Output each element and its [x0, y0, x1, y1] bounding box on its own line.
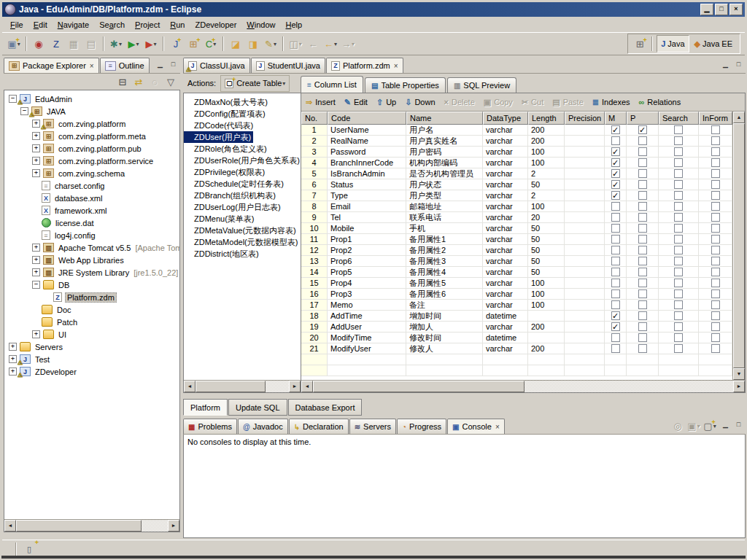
cell[interactable] [699, 354, 732, 365]
open-perspective-button[interactable]: ⊞+ [632, 36, 648, 52]
cell[interactable]: ✓ [605, 179, 627, 190]
tree-item-doc[interactable]: Doc [4, 303, 179, 316]
cell[interactable] [627, 278, 659, 289]
console-tab-declaration[interactable]: ↳Declaration [289, 419, 349, 434]
cell[interactable]: Email [328, 201, 406, 212]
checkbox[interactable] [611, 213, 620, 222]
checkbox[interactable] [638, 224, 647, 233]
checkbox[interactable]: ✓ [611, 180, 620, 189]
tree-item-com-zving-platform-service[interactable]: +⊞com.zving.platform.service [4, 155, 179, 167]
new-class-button[interactable]: C+▾ [203, 36, 219, 52]
checkbox[interactable] [638, 235, 647, 244]
checkbox[interactable] [711, 300, 720, 309]
cell[interactable]: 50 [528, 245, 565, 256]
cell[interactable] [699, 365, 732, 376]
cell[interactable] [627, 256, 659, 267]
cell[interactable]: 17 [301, 300, 328, 311]
cell[interactable] [565, 311, 605, 322]
checkbox[interactable] [711, 158, 720, 167]
cell[interactable]: 4 [301, 158, 328, 168]
maximize-button[interactable]: □ [715, 4, 728, 15]
checkbox[interactable]: ✓ [611, 158, 620, 167]
cell[interactable] [565, 289, 605, 300]
cell[interactable] [699, 311, 732, 322]
cell[interactable]: Prop4 [328, 278, 406, 289]
column-header-inform[interactable]: InForm [699, 112, 732, 125]
bottom-tab-database-export[interactable]: Database Export [288, 399, 363, 416]
tree-item-framework-xml[interactable]: Xframework.xml [4, 204, 179, 217]
table-list-item-zdmaxno[interactable]: ZDMaxNo(最大号表) [184, 96, 301, 108]
new-package-button[interactable]: ⊞+ [185, 36, 201, 52]
scrollbar-thumb[interactable] [313, 381, 525, 392]
cell[interactable] [699, 158, 732, 168]
scroll-left-icon[interactable]: ◄ [301, 381, 313, 392]
checkbox[interactable] [674, 268, 683, 276]
column-header-name[interactable]: Name [406, 112, 483, 125]
cell[interactable]: varchar [483, 136, 528, 147]
cell[interactable]: Memo [328, 300, 406, 311]
checkbox[interactable] [638, 202, 647, 211]
cell[interactable] [406, 365, 483, 376]
checkbox[interactable] [711, 125, 720, 134]
cell[interactable]: 备注 [406, 300, 483, 311]
cell[interactable]: 20 [528, 212, 565, 223]
cell[interactable]: Prop5 [328, 267, 406, 278]
cell[interactable] [659, 179, 699, 190]
tree-item-com-zving-platform-pub[interactable]: +⊞com.zving.platform.pub [4, 142, 179, 155]
cell[interactable] [699, 201, 732, 212]
cell[interactable] [659, 322, 699, 332]
cell[interactable]: 增加人 [406, 322, 483, 332]
new-java-project-button[interactable]: J+ [168, 36, 184, 52]
dropdown-arrow-icon[interactable]: ▾ [274, 41, 276, 47]
checkbox[interactable] [674, 202, 683, 211]
cell[interactable]: 18 [301, 311, 328, 322]
cell[interactable] [605, 343, 627, 354]
checkbox[interactable] [674, 235, 683, 244]
table-list-item-zdrole[interactable]: ZDRole(角色定义表) [184, 143, 301, 155]
checkbox[interactable] [711, 246, 720, 254]
cell[interactable]: 备用属性3 [406, 256, 483, 267]
checkbox[interactable] [711, 180, 720, 189]
console-tab-servers[interactable]: ≋Servers [349, 419, 396, 434]
checkbox[interactable] [638, 279, 647, 287]
cell[interactable]: Prop3 [328, 289, 406, 300]
subtab-table-properties[interactable]: ▤Table Properties [365, 77, 446, 93]
cell[interactable] [605, 136, 627, 147]
cell[interactable] [605, 300, 627, 311]
cell[interactable]: 50 [528, 223, 565, 234]
cell[interactable]: 用户密码 [406, 147, 483, 158]
cell[interactable] [659, 147, 699, 158]
cell[interactable] [605, 365, 627, 376]
checkbox[interactable]: ✓ [611, 191, 620, 200]
checkbox[interactable] [711, 311, 720, 320]
cell[interactable]: varchar [483, 158, 528, 168]
dropdown-arrow-icon[interactable]: ▾ [153, 41, 156, 47]
cell[interactable]: 20 [301, 332, 328, 343]
checkbox[interactable] [638, 180, 647, 189]
cell[interactable] [565, 125, 605, 136]
table-list-item-zdprivilege[interactable]: ZDPrivilege(权限表) [184, 166, 301, 178]
close-icon[interactable]: × [90, 62, 94, 70]
debug-button[interactable]: ✱▾ [108, 36, 124, 52]
checkbox[interactable] [711, 191, 720, 200]
cell[interactable] [659, 343, 699, 354]
cell[interactable] [565, 234, 605, 245]
create-table-button[interactable]: ▢+ Create Table ▾ [220, 75, 290, 92]
checkbox[interactable] [674, 333, 683, 342]
cell[interactable]: 联系电话 [406, 212, 483, 223]
cell[interactable] [659, 354, 699, 365]
cell[interactable]: 备用属性1 [406, 234, 483, 245]
scrollbar-thumb[interactable] [16, 520, 142, 532]
bottom-tab-update-sql[interactable]: Update SQL [228, 399, 287, 416]
tree-item-log4j-config[interactable]: ≡log4j.config [4, 229, 179, 241]
cell[interactable] [627, 300, 659, 311]
checkbox[interactable] [638, 158, 647, 167]
fast-view-button[interactable]: ▯+ [23, 542, 36, 556]
cell[interactable] [627, 190, 659, 201]
cell[interactable]: 100 [528, 158, 565, 168]
cell[interactable]: 是否为机构管理员 [406, 168, 483, 179]
cell[interactable]: 手机 [406, 223, 483, 234]
minimize-view-button[interactable]: ▁ [155, 59, 166, 70]
cell[interactable]: 21 [301, 343, 328, 354]
maximize-view-button[interactable]: □ [168, 59, 179, 70]
